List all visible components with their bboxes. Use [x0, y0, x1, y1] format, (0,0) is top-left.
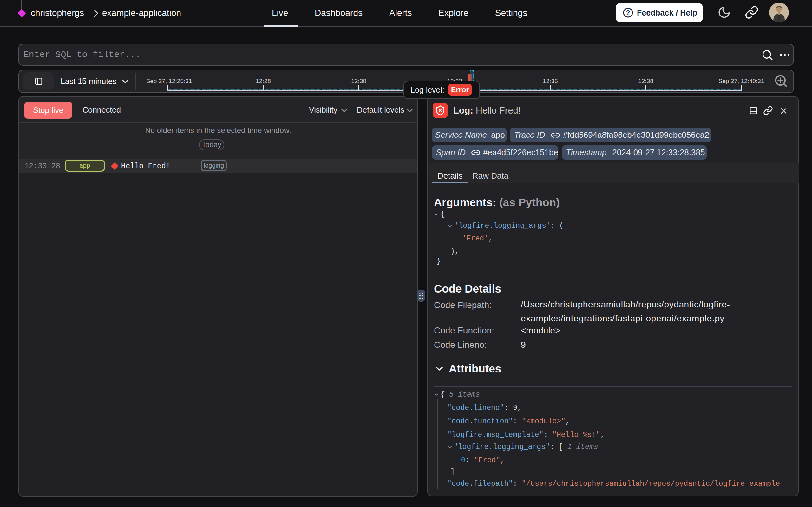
svg-text:?: ? [626, 9, 630, 16]
